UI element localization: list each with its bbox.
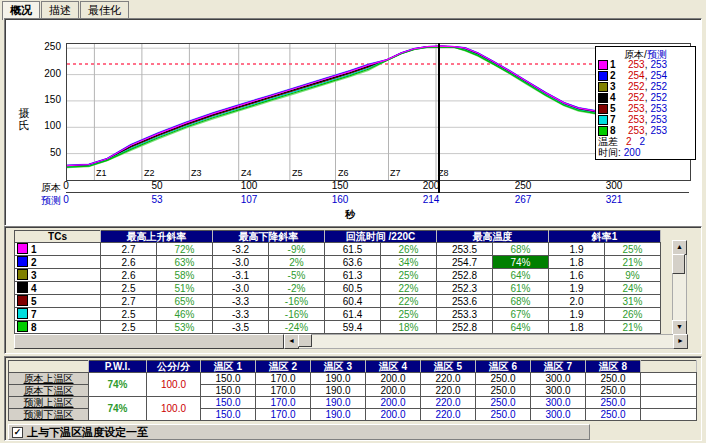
table-cell: 254.7 — [437, 256, 493, 269]
zone-temp-cell[interactable]: 250.0 — [476, 373, 531, 385]
zone-temp-cell[interactable]: 150.0 — [201, 397, 256, 409]
tc-color-swatch-icon — [17, 243, 28, 254]
table-header-row: P.W.I.公分/分温区 1温区 2温区 3温区 4温区 5温区 6温区 7温区… — [9, 361, 697, 373]
table-cell: 253.3 — [437, 308, 493, 321]
tc-color-swatch-icon — [17, 269, 28, 280]
zone-temp-cell[interactable]: 200.0 — [366, 409, 421, 421]
zone-temp-cell[interactable]: 250.0 — [476, 385, 531, 397]
row-label: 原本下温区 — [9, 385, 89, 397]
table-cell: -3.5 — [213, 321, 269, 334]
x-tick-original: 200 — [416, 180, 446, 191]
table-row[interactable]: 12.772%-3.2-9%61.526%253.568%1.925% — [15, 243, 661, 256]
zone-temp-cell[interactable]: 170.0 — [256, 397, 311, 409]
table-row[interactable]: 52.765%-3.3-16%60.422%253.668%2.031% — [15, 295, 661, 308]
table-cell: 58% — [157, 269, 213, 282]
zone-temp-cell[interactable]: 250.0 — [586, 397, 641, 409]
zone-temp-cell[interactable]: 250.0 — [586, 409, 641, 421]
zone-temp-cell[interactable]: 190.0 — [311, 409, 366, 421]
zone-label: Z2 — [144, 168, 155, 178]
table-row[interactable]: 72.546%-3.3-16%61.425%253.367%1.926% — [15, 308, 661, 321]
table-cell — [641, 373, 697, 385]
zone-temp-cell[interactable]: 250.0 — [476, 397, 531, 409]
table-cell: 63% — [157, 256, 213, 269]
row-label: 原本上温区 — [9, 373, 89, 385]
v-scrollbar-up-icon[interactable]: ▲ — [672, 240, 687, 255]
table-cell: 252.8 — [437, 321, 493, 334]
zone-temp-cell[interactable]: 200.0 — [366, 397, 421, 409]
zone-temp-cell[interactable]: 190.0 — [311, 385, 366, 397]
zone-label: Z4 — [241, 168, 252, 178]
table-cell: 25% — [605, 243, 661, 256]
y-tick: 50 — [33, 147, 61, 158]
zone-temp-cell[interactable]: 150.0 — [201, 385, 256, 397]
legend-swatch-icon — [598, 60, 608, 70]
chart-legend: 原本/预测 1253,2532254,2543252,2524252,25252… — [595, 46, 696, 160]
v-scrollbar-thumb[interactable] — [672, 254, 685, 274]
zone-temp-cell[interactable]: 300.0 — [531, 373, 586, 385]
x-tick-original: 250 — [508, 180, 538, 191]
legend-row: 2254,254 — [598, 70, 693, 81]
pwi-cell: 74% — [89, 373, 147, 397]
zone-temp-cell[interactable]: 150.0 — [201, 409, 256, 421]
pwi-cell: 74% — [89, 397, 147, 421]
zone-temp-cell[interactable]: 170.0 — [256, 385, 311, 397]
x-tick-predicted: 53 — [142, 194, 172, 205]
zone-temp-cell[interactable]: 300.0 — [531, 397, 586, 409]
link-zones-option[interactable]: ✓ 上与下温区温度设定一至 — [8, 424, 590, 440]
zone-temp-cell[interactable]: 250.0 — [586, 385, 641, 397]
axis-row-label-original: 原本 — [29, 181, 61, 195]
v-scrollbar-down-icon[interactable]: ▼ — [672, 320, 687, 335]
h-scrollbar-left-icon[interactable]: ◄ — [284, 334, 299, 349]
table-cell: -3.0 — [213, 256, 269, 269]
table-cell: 2.0 — [549, 295, 605, 308]
table-cell: 68% — [493, 243, 549, 256]
table-cell: 18% — [381, 321, 437, 334]
zone-temp-cell[interactable]: 190.0 — [311, 397, 366, 409]
x-tick-original: 50 — [142, 180, 172, 191]
zone-temp-cell[interactable]: 300.0 — [531, 409, 586, 421]
zone-temp-cell[interactable]: 300.0 — [531, 385, 586, 397]
row-label: 预测下温区 — [9, 409, 89, 421]
table-row[interactable]: 82.553%-3.5-24%59.418%252.864%1.821% — [15, 321, 661, 334]
legend-swatch-icon — [598, 93, 608, 103]
table-cell: 1.8 — [549, 256, 605, 269]
h-scrollbar-thumb[interactable] — [298, 334, 312, 347]
zone-temp-cell[interactable]: 170.0 — [256, 409, 311, 421]
x-tick-original: 150 — [325, 180, 355, 191]
zone-temp-cell[interactable]: 200.0 — [366, 373, 421, 385]
zone-temp-cell[interactable]: 170.0 — [256, 373, 311, 385]
profile-chart-panel: 摄氏 Z1Z2Z3Z4Z5Z6Z7Z8 25020015010050 05010… — [4, 18, 702, 226]
table-cell: 60.5 — [325, 282, 381, 295]
table-cell: 252.3 — [437, 282, 493, 295]
y-tick: 200 — [33, 68, 61, 79]
table-cell: 61% — [493, 282, 549, 295]
zone-temp-cell[interactable]: 190.0 — [311, 373, 366, 385]
zone-label: Z5 — [292, 168, 303, 178]
table-cell: 72% — [157, 243, 213, 256]
zone-temp-cell[interactable]: 250.0 — [476, 409, 531, 421]
zone-temp-cell[interactable]: 200.0 — [366, 385, 421, 397]
table-cell: 253.6 — [437, 295, 493, 308]
table-row[interactable]: 32.658%-3.1-5%61.325%252.864%1.69% — [15, 269, 661, 282]
application-window: 概况描述最佳化 摄氏 Z1Z2Z3Z4Z5Z6Z7Z8 250200150100… — [0, 0, 706, 443]
zone-label: Z6 — [338, 168, 349, 178]
y-axis-label: 摄氏 — [17, 107, 31, 131]
zone-temp-cell[interactable]: 250.0 — [586, 373, 641, 385]
checkbox-icon[interactable]: ✓ — [12, 427, 23, 438]
x-tick-original: 300 — [599, 180, 629, 191]
table-cell: 2.6 — [101, 269, 157, 282]
cursor-line[interactable] — [438, 43, 440, 193]
statistics-table: TCs最高上升斜率最高下降斜率回流时间 /220C最高温度斜率112.772%-… — [14, 230, 661, 346]
table-row: 原本上温区74%100.0150.0170.0190.0200.0220.025… — [9, 373, 697, 385]
zone-temp-cell[interactable]: 150.0 — [201, 373, 256, 385]
zone-temp-cell[interactable]: 220.0 — [421, 373, 476, 385]
table-row[interactable]: 42.551%-3.0-2%60.522%252.361%1.924% — [15, 282, 661, 295]
h-scrollbar-right-icon[interactable]: ► — [673, 334, 688, 349]
h-scrollbar-track[interactable] — [284, 334, 674, 349]
zone-temp-cell[interactable]: 220.0 — [421, 397, 476, 409]
zone-temp-cell[interactable]: 220.0 — [421, 385, 476, 397]
table-cell: -3.1 — [213, 269, 269, 282]
table-cell: 1.9 — [549, 282, 605, 295]
table-row[interactable]: 22.663%-3.02%63.634%254.774%1.821% — [15, 256, 661, 269]
zone-temp-cell[interactable]: 220.0 — [421, 409, 476, 421]
